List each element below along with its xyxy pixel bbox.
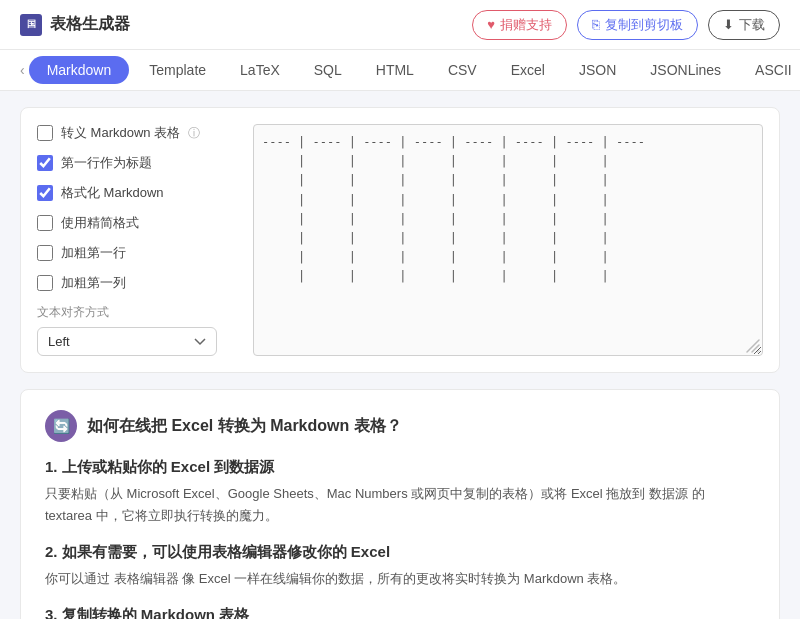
like-button-label: 捐赠支持: [500, 16, 552, 34]
info-title: 如何在线把 Excel 转换为 Markdown 表格？: [87, 416, 402, 437]
align-select[interactable]: Left Center Right: [37, 327, 217, 356]
align-group: 文本对齐方式 Left Center Right: [37, 304, 237, 356]
info-step-3-title: 3. 复制转换的 Markdown 表格: [45, 606, 755, 619]
tab-json[interactable]: JSON: [563, 50, 632, 90]
tab-sql[interactable]: SQL: [298, 50, 358, 90]
tabs-scroll-left-icon[interactable]: ‹: [20, 62, 25, 78]
option-bold-col: 加粗第一列: [37, 274, 237, 292]
bold-col-checkbox[interactable]: [37, 275, 53, 291]
tab-jsonlines[interactable]: JSONLines: [634, 50, 737, 90]
bold-row-label[interactable]: 加粗第一行: [61, 244, 126, 262]
info-header: 🔄 如何在线把 Excel 转换为 Markdown 表格？: [45, 410, 755, 442]
info-step-1: 1. 上传或粘贴你的 Excel 到数据源 只要粘贴（从 Microsoft E…: [45, 458, 755, 527]
app-title: 表格生成器: [50, 14, 130, 35]
info-icon-symbol: 🔄: [53, 418, 70, 434]
option-format: 格式化 Markdown: [37, 184, 237, 202]
info-section-icon: 🔄: [45, 410, 77, 442]
format-label[interactable]: 格式化 Markdown: [61, 184, 164, 202]
download-button[interactable]: ⬇ 下载: [708, 10, 780, 40]
info-section: 🔄 如何在线把 Excel 转换为 Markdown 表格？ 1. 上传或粘贴你…: [20, 389, 780, 619]
info-step-2-title: 2. 如果有需要，可以使用表格编辑器修改你的 Excel: [45, 543, 755, 562]
header: 国 表格生成器 ♥ 捐赠支持 ⎘ 复制到剪切板 ⬇ 下载: [0, 0, 800, 50]
tab-template[interactable]: Template: [133, 50, 222, 90]
escape-label[interactable]: 转义 Markdown 表格: [61, 124, 180, 142]
options-panel: 转义 Markdown 表格 ⓘ 第一行作为标题 格式化 Markdown 使用…: [37, 124, 237, 356]
tab-excel[interactable]: Excel: [495, 50, 561, 90]
info-step-3: 3. 复制转换的 Markdown 表格 Markdown 表代码是实时生成的。…: [45, 606, 755, 619]
info-step-1-title: 1. 上传或粘贴你的 Excel 到数据源: [45, 458, 755, 477]
bold-row-checkbox[interactable]: [37, 245, 53, 261]
simple-checkbox[interactable]: [37, 215, 53, 231]
option-bold-row: 加粗第一行: [37, 244, 237, 262]
info-step-1-body: 只要粘贴（从 Microsoft Excel、Google Sheets、Mac…: [45, 483, 755, 527]
tab-ascii[interactable]: ASCII: [739, 50, 800, 90]
logo-text: 国: [27, 18, 36, 31]
main-content: 转义 Markdown 表格 ⓘ 第一行作为标题 格式化 Markdown 使用…: [0, 91, 800, 619]
simple-label[interactable]: 使用精简格式: [61, 214, 139, 232]
app-logo: 国: [20, 14, 42, 36]
escape-checkbox[interactable]: [37, 125, 53, 141]
tab-csv[interactable]: CSV: [432, 50, 493, 90]
copy-button[interactable]: ⎘ 复制到剪切板: [577, 10, 698, 40]
copy-button-label: 复制到剪切板: [605, 16, 683, 34]
preview-panel[interactable]: ---- | ---- | ---- | ---- | ---- | ---- …: [253, 124, 763, 356]
top-panel: 转义 Markdown 表格 ⓘ 第一行作为标题 格式化 Markdown 使用…: [20, 107, 780, 373]
download-icon: ⬇: [723, 17, 734, 32]
info-icon: ⓘ: [188, 125, 200, 142]
option-first-row: 第一行作为标题: [37, 154, 237, 172]
download-button-label: 下载: [739, 16, 765, 34]
info-step-2: 2. 如果有需要，可以使用表格编辑器修改你的 Excel 你可以通过 表格编辑器…: [45, 543, 755, 590]
format-checkbox[interactable]: [37, 185, 53, 201]
heart-icon: ♥: [487, 17, 495, 32]
bold-col-label[interactable]: 加粗第一列: [61, 274, 126, 292]
option-simple: 使用精简格式: [37, 214, 237, 232]
header-actions: ♥ 捐赠支持 ⎘ 复制到剪切板 ⬇ 下载: [472, 10, 780, 40]
align-group-label: 文本对齐方式: [37, 304, 237, 321]
tab-html[interactable]: HTML: [360, 50, 430, 90]
copy-icon: ⎘: [592, 17, 600, 32]
option-escape: 转义 Markdown 表格 ⓘ: [37, 124, 237, 142]
info-step-2-body: 你可以通过 表格编辑器 像 Excel 一样在线编辑你的数据，所有的更改将实时转…: [45, 568, 755, 590]
resize-handle-icon[interactable]: [746, 339, 760, 353]
first-row-label[interactable]: 第一行作为标题: [61, 154, 152, 172]
tab-markdown[interactable]: Markdown: [29, 56, 130, 84]
first-row-checkbox[interactable]: [37, 155, 53, 171]
tab-latex[interactable]: LaTeX: [224, 50, 296, 90]
preview-content: ---- | ---- | ---- | ---- | ---- | ---- …: [262, 133, 754, 287]
like-button[interactable]: ♥ 捐赠支持: [472, 10, 567, 40]
header-left: 国 表格生成器: [20, 14, 130, 36]
tabs-bar: ‹ Markdown Template LaTeX SQL HTML CSV E…: [0, 50, 800, 91]
